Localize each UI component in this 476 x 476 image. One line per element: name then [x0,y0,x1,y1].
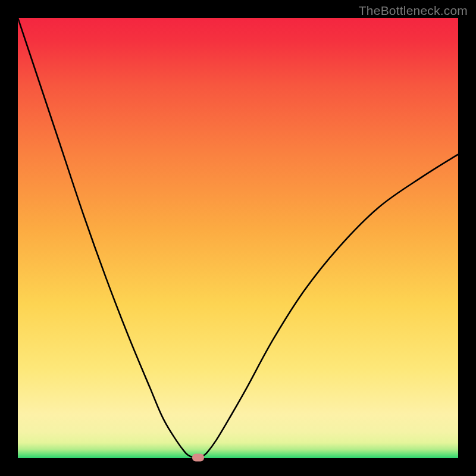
bottleneck-curve-path [18,18,458,458]
watermark-text: TheBottleneck.com [359,4,468,18]
chart-frame: TheBottleneck.com [0,0,476,476]
curve-svg [18,18,458,458]
plot-area [18,18,458,458]
minimum-marker [192,453,204,461]
